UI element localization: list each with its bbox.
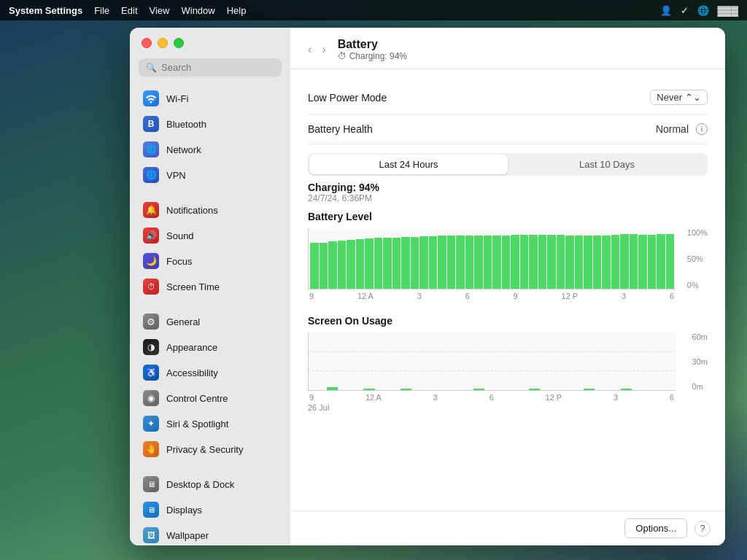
content-body: Low Power Mode Never ⌃⌄ Battery Health N… (290, 69, 725, 510)
desktop-icon: 🖥 (143, 476, 159, 492)
tab-24h[interactable]: Last 24 Hours (309, 155, 508, 174)
screen-gridline-top (309, 351, 676, 352)
menubar-right: 👤 ✓ 🌐 ▓▓▓ (660, 5, 738, 16)
menubar: System Settings File Edit View Window He… (0, 0, 747, 20)
screen-x-12a: 12 A (365, 393, 382, 402)
wallpaper-label: Wallpaper (166, 530, 209, 541)
main-window: 🔍 Wi-Fi B Bluetooth 🌐 Network 🌐 VPN (130, 28, 725, 545)
sidebar-item-siri[interactable]: ✦ Siri & Spotlight (134, 411, 286, 436)
sidebar-item-sound[interactable]: 🔊 Sound (134, 223, 286, 248)
sidebar-item-wifi[interactable]: Wi-Fi (134, 86, 286, 111)
sidebar-item-displays[interactable]: 🖥 Displays (134, 497, 286, 522)
sidebar-item-general[interactable]: ⚙ General (134, 309, 286, 334)
low-power-mode-value: Never ⌃⌄ (650, 90, 708, 105)
appearance-label: Appearance (166, 342, 217, 353)
battery-bar-22 (502, 236, 511, 289)
battery-health-info-icon[interactable]: i (696, 123, 708, 135)
search-input[interactable] (161, 62, 274, 73)
battery-y-50: 50% (687, 254, 708, 263)
stepper-arrows-icon: ⌃⌄ (685, 92, 701, 103)
battery-bar-15 (438, 236, 446, 289)
accessibility-icon: ♿ (143, 365, 159, 381)
sidebar-item-appearance[interactable]: ◑ Appearance (134, 335, 286, 359)
traffic-lights (130, 28, 290, 55)
sidebar-item-notifications[interactable]: 🔔 Notifications (134, 198, 286, 222)
screen-x-9: 9 (309, 393, 314, 402)
battery-bar-18 (465, 236, 474, 289)
screen-chart-area (308, 332, 676, 391)
battery-bar-27 (547, 235, 556, 289)
battery-bar-31 (584, 236, 592, 289)
battery-bar-35 (620, 234, 629, 289)
menubar-view[interactable]: View (150, 5, 170, 16)
sound-icon: 🔊 (143, 228, 159, 244)
tab-10d[interactable]: Last 10 Days (508, 155, 706, 174)
battery-bar-20 (484, 236, 492, 289)
battery-y-labels: 100% 50% 0% (687, 228, 708, 289)
low-power-mode-row: Low Power Mode Never ⌃⌄ (308, 81, 708, 114)
fullscreen-button[interactable] (174, 38, 184, 48)
forward-button[interactable]: › (319, 42, 328, 58)
siri-label: Siri & Spotlight (166, 419, 228, 429)
sidebar-item-desktop[interactable]: 🖥 Desktop & Dock (134, 472, 286, 497)
general-icon: ⚙ (143, 314, 159, 330)
battery-y-100: 100% (687, 228, 708, 237)
close-button[interactable] (142, 38, 152, 48)
vpn-icon: 🌐 (143, 167, 159, 183)
network-icon: 🌐 (143, 141, 159, 158)
notifications-icon: 🔔 (143, 202, 159, 218)
battery-bar-40 (666, 234, 675, 289)
battery-x-3b: 3 (622, 292, 626, 300)
sidebar-item-privacy[interactable]: 🤚 Privacy & Security (134, 437, 286, 462)
sidebar-item-bluetooth[interactable]: B Bluetooth (134, 112, 286, 136)
menubar-edit[interactable]: Edit (121, 5, 137, 16)
menubar-file[interactable]: File (94, 5, 109, 16)
battery-x-9: 9 (309, 292, 314, 300)
bluetooth-label: Bluetooth (166, 119, 206, 130)
search-bar[interactable]: 🔍 (139, 58, 282, 77)
sidebar-item-wallpaper[interactable]: 🖼 Wallpaper (134, 523, 286, 545)
battery-bar-14 (429, 236, 438, 289)
screen-usage-title: Screen On Usage (308, 315, 708, 327)
screen-bar-4 (473, 389, 484, 390)
menubar-left: System Settings File Edit View Window He… (9, 5, 246, 16)
privacy-label: Privacy & Security (166, 444, 243, 455)
screen-chart-wrapper: 60m 30m 0m (308, 332, 676, 412)
battery-bar-5 (347, 240, 355, 289)
low-power-mode-label: Low Power Mode (308, 92, 387, 104)
battery-health-row: Battery Health Normal i (308, 114, 708, 144)
options-button[interactable]: Options... (624, 518, 687, 538)
screen-bar-5 (529, 389, 540, 390)
focus-label: Focus (166, 256, 192, 267)
sidebar-item-screentime[interactable]: ⏱ Screen Time (134, 274, 286, 299)
time-tabs: Last 24 Hours Last 10 Days (308, 153, 708, 176)
help-button[interactable]: ? (694, 521, 711, 537)
sidebar-item-focus[interactable]: 🌙 Focus (134, 249, 286, 273)
battery-bar-24 (520, 235, 529, 289)
screen-x-12p: 12 P (546, 393, 562, 402)
sidebar-system-section: 🔔 Notifications 🔊 Sound 🌙 Focus ⏱ Screen… (130, 195, 290, 301)
sidebar-item-accessibility[interactable]: ♿ Accessibility (134, 360, 286, 385)
screentime-icon: ⏱ (143, 279, 159, 295)
battery-bar-28 (557, 235, 565, 289)
battery-level-title: Battery Level (308, 211, 708, 222)
sidebar-item-controlcentre[interactable]: ◉ Control Centre (134, 386, 286, 411)
battery-bar-21 (492, 236, 501, 289)
screen-usage-section: Screen On Usage 60m 30m 0m (308, 315, 708, 412)
battery-bar-37 (638, 235, 647, 289)
screen-x-6: 6 (489, 393, 494, 402)
charging-icon: ⏱ (338, 51, 347, 61)
menubar-window[interactable]: Window (181, 5, 214, 16)
menubar-app-name: System Settings (9, 5, 82, 16)
back-button[interactable]: ‹ (305, 42, 314, 58)
search-icon: 🔍 (146, 63, 157, 73)
sidebar-item-vpn[interactable]: 🌐 VPN (134, 163, 286, 187)
screen-x-3: 3 (433, 393, 438, 402)
minimize-button[interactable] (158, 38, 168, 48)
low-power-mode-stepper[interactable]: Never ⌃⌄ (650, 90, 708, 105)
header-subtitle: ⏱ Charging: 94% (338, 51, 711, 61)
battery-bar-29 (565, 236, 574, 289)
battery-chart-wrapper: 100% 50% 0% (308, 228, 676, 300)
sidebar-item-network[interactable]: 🌐 Network (134, 137, 286, 162)
menubar-help[interactable]: Help (227, 5, 247, 16)
